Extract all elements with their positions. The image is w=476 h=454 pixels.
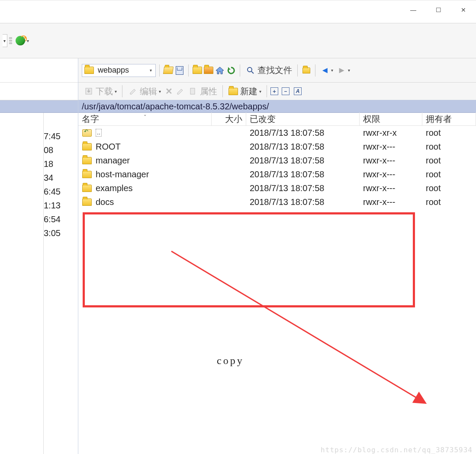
file-name: .. <box>96 129 102 137</box>
path-combo[interactable]: webapps ▾ <box>82 64 156 77</box>
reconnect-button[interactable]: ▾ <box>14 35 31 46</box>
remote-path-text: /usr/java/tomcat/apache-tomcat-8.5.32/we… <box>82 102 269 112</box>
file-perm: rwxr-x--- <box>360 183 422 193</box>
svg-rect-3 <box>190 88 195 94</box>
file-perm: rwxr-x--- <box>360 197 422 207</box>
file-owner: root <box>422 142 476 152</box>
properties-button[interactable]: 属性 <box>186 85 219 98</box>
file-changed: 2018/7/13 18:07:58 <box>246 169 360 179</box>
svg-line-1 <box>251 71 254 74</box>
remote-nav-toolbar: webapps ▾ <box>78 58 476 83</box>
svg-point-0 <box>248 67 252 72</box>
svg-line-4 <box>171 251 425 403</box>
file-list[interactable]: ..2018/7/13 18:07:58rwxr-xr-xrootROOT201… <box>78 126 476 454</box>
forward-button[interactable]: ►▾ <box>336 64 352 76</box>
session-toolbar: ▾ ▾ <box>0 23 476 58</box>
refresh-icon[interactable] <box>226 65 236 76</box>
remote-path-bar[interactable]: /usr/java/tomcat/apache-tomcat-8.5.32/we… <box>78 100 476 113</box>
file-perm: rwxr-xr-x <box>360 128 422 138</box>
file-perm: rwxr-x--- <box>360 156 422 166</box>
folder-icon <box>84 65 94 76</box>
session-dropdown[interactable]: ▾ <box>3 34 7 47</box>
file-owner: root <box>422 156 476 166</box>
table-row[interactable]: host-manager2018/7/13 18:07:58rwxr-x---r… <box>78 167 476 181</box>
minimize-button[interactable]: — <box>401 2 426 18</box>
watermark: https://blog.csdn.net/qq_38735934 <box>321 446 473 454</box>
sync-icon[interactable] <box>301 65 312 76</box>
folder-root-icon[interactable] <box>203 65 214 76</box>
globe-icon <box>16 36 25 45</box>
table-row[interactable]: examples2018/7/13 18:07:58rwxr-x---root <box>78 181 476 195</box>
titlebar: — ☐ ✕ <box>0 0 476 23</box>
maximize-button[interactable]: ☐ <box>426 2 451 18</box>
folder-icon <box>82 183 92 193</box>
back-button[interactable]: ◄▾ <box>319 64 335 76</box>
file-changed: 2018/7/13 18:07:58 <box>246 156 360 166</box>
annotation-label: copy <box>217 355 244 367</box>
file-changed: 2018/7/13 18:07:58 <box>246 183 360 193</box>
file-changed: 2018/7/13 18:07:58 <box>246 128 360 138</box>
folder-icon <box>82 169 92 179</box>
col-perm[interactable]: 权限 <box>360 112 422 126</box>
annotation-box <box>83 212 415 307</box>
find-files-button[interactable]: 查找文件 <box>244 64 294 77</box>
new-button[interactable]: 新建▾ <box>226 85 263 98</box>
parent-folder-icon <box>82 128 92 138</box>
edit-icon <box>128 86 138 96</box>
file-perm: rwxr-x--- <box>360 169 422 179</box>
download-icon <box>84 86 94 96</box>
file-name: examples <box>96 183 133 193</box>
filter-icon[interactable] <box>174 65 185 76</box>
folder-icon <box>82 155 92 166</box>
folder-up-icon[interactable] <box>192 65 203 76</box>
folder-open-icon[interactable] <box>163 65 174 76</box>
file-perm: rwxr-x--- <box>360 142 422 152</box>
file-changed: 2018/7/13 18:07:58 <box>246 142 360 152</box>
expand-icon[interactable]: ＋ <box>270 87 278 95</box>
remote-pane: webapps ▾ <box>78 58 476 454</box>
local-times-fragment: 7:45 08 18 34 6:45 1:13 6:54 3:05 <box>44 113 78 454</box>
download-button[interactable]: 下载▾ <box>82 85 119 98</box>
file-owner: root <box>422 183 476 193</box>
main-split: 7:45 08 18 34 6:45 1:13 6:54 3:05 webapp… <box>0 58 476 454</box>
table-row[interactable]: ROOT2018/7/13 18:07:58rwxr-x---root <box>78 140 476 153</box>
file-name: host-manager <box>96 169 149 179</box>
home-icon[interactable] <box>215 65 225 76</box>
table-row[interactable]: docs2018/7/13 18:07:58rwxr-x---root <box>78 195 476 209</box>
file-list-header[interactable]: 名字⌄ 大小 已改变 权限 拥有者 <box>78 113 476 126</box>
app-window: — ☐ ✕ ▾ ▾ 7:45 08 18 34 6:45 <box>0 0 476 454</box>
file-name: manager <box>96 156 130 166</box>
collapse-icon[interactable]: － <box>282 87 289 95</box>
table-row[interactable]: manager2018/7/13 18:07:58rwxr-x---root <box>78 153 476 167</box>
file-name: ROOT <box>96 142 121 152</box>
file-owner: root <box>422 169 476 179</box>
local-pane: 7:45 08 18 34 6:45 1:13 6:54 3:05 <box>0 58 78 454</box>
toolbar-grip[interactable] <box>9 34 12 47</box>
search-icon <box>245 65 256 76</box>
path-label: webapps <box>97 66 131 75</box>
edit-button[interactable]: 编辑▾ <box>126 85 163 98</box>
col-size[interactable]: 大小 <box>212 112 246 126</box>
chevron-down-icon: ▾ <box>148 68 154 73</box>
remote-action-toolbar: 下载▾ 编辑▾ ✕ 属性 新建▾ ＋ <box>78 83 476 100</box>
table-row[interactable]: ..2018/7/13 18:07:58rwxr-xr-xroot <box>78 126 476 140</box>
new-folder-icon <box>228 86 238 96</box>
properties-icon <box>188 86 198 96</box>
folder-icon <box>82 141 92 152</box>
delete-icon[interactable]: ✕ <box>164 86 174 96</box>
col-owner[interactable]: 拥有者 <box>422 112 476 126</box>
folder-icon <box>82 197 92 207</box>
file-owner: root <box>422 128 476 138</box>
file-owner: root <box>422 197 476 207</box>
col-changed[interactable]: 已改变 <box>246 112 360 126</box>
file-changed: 2018/7/13 18:07:58 <box>246 197 360 207</box>
select-all-icon[interactable]: A <box>294 87 302 95</box>
col-name[interactable]: 名字⌄ <box>78 112 212 126</box>
file-name: docs <box>96 197 114 207</box>
rename-icon[interactable] <box>175 86 185 96</box>
close-button[interactable]: ✕ <box>451 2 476 18</box>
